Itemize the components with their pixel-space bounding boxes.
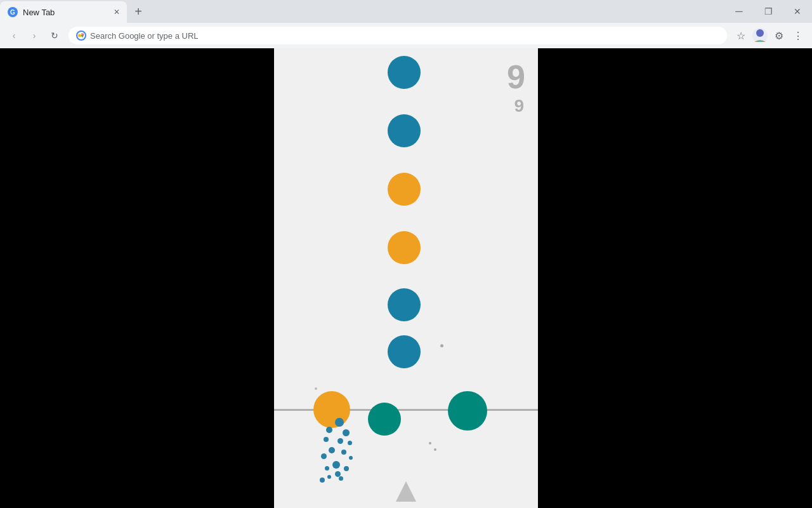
address-text: Search Google or type a URL: [90, 31, 719, 41]
minimize-button[interactable]: ─: [724, 0, 754, 23]
extensions-button[interactable]: ⚙: [770, 27, 788, 44]
profile-button[interactable]: [751, 27, 769, 44]
svg-point-3: [78, 34, 81, 37]
scatter-3: [343, 429, 350, 436]
ball-6: [388, 335, 421, 368]
reload-button[interactable]: ↻: [46, 27, 63, 44]
toolbar-icons: ☆ ⚙ ⋮: [732, 27, 807, 44]
tab-close-button[interactable]: ✕: [112, 7, 122, 17]
scatter-17: [320, 478, 325, 483]
scatter-11: [332, 461, 340, 469]
scatter-2: [326, 427, 332, 433]
ball-5: [388, 288, 421, 321]
ball-7: [313, 391, 350, 428]
ball-1: [388, 56, 421, 89]
bookmark-button[interactable]: ☆: [732, 27, 750, 44]
scatter-6: [348, 441, 352, 445]
scatter-8: [341, 450, 346, 455]
scatter-7: [329, 447, 335, 453]
maximize-button[interactable]: ❐: [754, 0, 783, 23]
scatter-16: [339, 476, 343, 481]
scatter-12: [325, 466, 329, 471]
scatter-5: [337, 438, 343, 444]
ball-4: [388, 231, 421, 264]
scatter-10: [349, 456, 353, 460]
ball-3: [388, 173, 421, 206]
ball-2: [388, 114, 421, 147]
small-dot-3: [429, 442, 431, 444]
ball-8: [368, 403, 401, 436]
close-window-button[interactable]: ✕: [783, 0, 812, 23]
game-area[interactable]: 9 9: [274, 48, 538, 508]
scatter-1: [335, 418, 344, 427]
svg-text:G: G: [10, 9, 15, 16]
browser-toolbar: ‹ › ↻ Search Google or type a URL ☆: [0, 23, 812, 48]
tab-bar: G New Tab ✕ + ─ ❐ ✕: [0, 0, 812, 23]
address-bar[interactable]: Search Google or type a URL: [69, 27, 727, 44]
browser-tab[interactable]: G New Tab ✕: [0, 1, 127, 23]
tab-favicon: G: [8, 7, 18, 17]
scatter-4: [324, 437, 329, 442]
scatter-15: [327, 475, 331, 479]
small-dot-1: [440, 344, 443, 347]
score-main: 9: [507, 58, 525, 96]
small-dot-4: [434, 448, 436, 451]
small-dot-2: [315, 387, 317, 390]
menu-button[interactable]: ⋮: [789, 27, 807, 44]
forward-button[interactable]: ›: [25, 27, 43, 44]
google-icon: [76, 30, 86, 41]
new-tab-button[interactable]: +: [129, 3, 147, 20]
shooter: [396, 481, 416, 502]
ball-9: [448, 391, 487, 431]
browser-chrome: G New Tab ✕ + ─ ❐ ✕ ‹ › ↻ Search Google …: [0, 0, 812, 48]
scatter-9: [321, 453, 327, 459]
scatter-13: [344, 466, 349, 471]
back-button[interactable]: ‹: [5, 27, 23, 44]
score-sub: 9: [514, 96, 524, 116]
tab-title: New Tab: [23, 8, 107, 17]
content-area: 9 9: [0, 48, 812, 508]
